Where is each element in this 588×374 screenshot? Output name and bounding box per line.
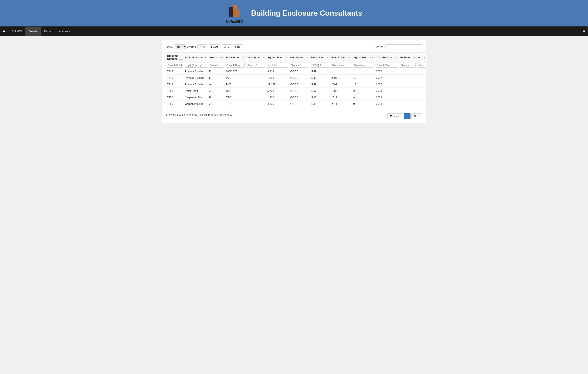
col-header-area-id[interactable]: Area Id ▲▼ [208, 53, 225, 63]
page-header: NuhnBEC Building Enclosure Consultants [0, 0, 588, 26]
cell-5y_plan [399, 94, 416, 101]
logo-icon [227, 3, 242, 19]
cell-building_name: Physics Building [184, 81, 208, 88]
cell-condition: GOOD [289, 88, 309, 94]
cell-build_date: 1967 [309, 88, 330, 94]
svg-marker-3 [236, 10, 240, 17]
search-build-date[interactable] [310, 63, 329, 67]
col-header-deck-type[interactable]: Deck Type ▲▼ [245, 53, 266, 63]
cell-year_replace: 2028 [375, 101, 399, 107]
global-search-input[interactable] [386, 44, 422, 49]
col-header-condition[interactable]: Condition ▲▼ [289, 53, 309, 63]
col-header-building-name[interactable]: Building Name ▼ [184, 53, 208, 63]
nav-item-actions[interactable]: Actions ▾ [56, 27, 74, 36]
cell-extra [416, 101, 427, 107]
cell-building_number[interactable]: 7255 [166, 88, 184, 94]
cell-deck_type [245, 75, 266, 81]
cell-deck_type [245, 94, 266, 101]
cell-install_date [330, 68, 352, 75]
sort-icon-square-feet: ▲▼ [284, 56, 288, 59]
search-square-feet[interactable] [267, 63, 288, 67]
sort-icon-year-replace: ▲▼ [394, 56, 398, 59]
table-search-row [166, 62, 427, 68]
col-header-year-replace[interactable]: Year Replace ▲▼ [375, 53, 399, 63]
col-header-5y-plan[interactable]: 5Y Plan ▲▼ [399, 53, 416, 63]
col-header-install-date[interactable]: Install Date ▲▼ [330, 53, 352, 63]
btn-adv[interactable]: ADV [197, 44, 207, 49]
entries-label: entries [187, 45, 196, 49]
cell-roof_type: PVC [225, 75, 245, 81]
col-header-building-number[interactable]: BuildingNumber ▲▼ [166, 53, 184, 63]
search-building-number[interactable] [167, 63, 183, 67]
cell-area_id: H [208, 75, 225, 81]
global-search-area: Search: [375, 44, 422, 49]
search-deck-type[interactable] [246, 63, 265, 67]
cell-extra [416, 68, 427, 75]
nav-item-details[interactable]: Details [25, 27, 41, 36]
sort-icon-area-id: ▲▼ [220, 56, 224, 59]
cell-build_date: 1949 [309, 81, 330, 88]
col-header-roof-type[interactable]: Roof Type ▲▼ [225, 53, 245, 63]
search-label: Search: [375, 45, 384, 49]
search-age-of-roof[interactable] [353, 63, 374, 67]
cell-building_number[interactable]: 7749 [166, 75, 184, 81]
table-row: 7749Physics BuildingAPVC29,179GOOD194920… [166, 81, 427, 88]
cell-age_of_roof [352, 68, 375, 75]
table-header-row: BuildingNumber ▲▼ Building Name ▼ Area I… [166, 53, 427, 63]
cell-roof_type: TPO [225, 94, 245, 101]
cell-age_of_roof: 9 [352, 101, 375, 107]
table-row: 7255Paint ShopABUR5,708GOOD1967199525202… [166, 88, 427, 94]
btn-csv[interactable]: CSV [222, 44, 231, 49]
col-header-square-feet[interactable]: Square Feet ▲▼ [266, 53, 289, 63]
btn-next[interactable]: Next [411, 113, 422, 119]
search-extra[interactable] [417, 63, 426, 67]
btn-pdf[interactable]: PDF [233, 44, 243, 49]
search-building-name[interactable] [185, 63, 207, 67]
table-row: 7749Physics BuildingHPVC1,588GOOD1949200… [166, 75, 427, 81]
btn-excel[interactable]: Excel [209, 44, 220, 49]
cell-building_number[interactable]: 7749 [166, 81, 184, 88]
search-area-id[interactable] [209, 63, 224, 67]
sort-icon-building-number: ▲▼ [178, 58, 183, 60]
cell-install_date: 2007 [330, 81, 352, 88]
cell-deck_type [245, 81, 266, 88]
col-header-age-of-roof[interactable]: Age of Roof ▲▼ [352, 53, 375, 63]
cell-building_name: Carpentry Shop [184, 101, 208, 107]
cell-5y_plan [399, 68, 416, 75]
search-roof-type[interactable] [226, 63, 245, 67]
cell-condition: GOOD [289, 75, 309, 81]
cell-building_number[interactable]: 7250 [166, 94, 184, 101]
col-header-build-date[interactable]: Build Date ▲▼ [309, 53, 330, 63]
nav-item-report[interactable]: Report [41, 27, 56, 36]
search-5y-plan[interactable] [400, 63, 416, 67]
pagination-controls: Previous 1 Next [387, 113, 422, 119]
nav-item-dukedb[interactable]: DukeDB [8, 27, 25, 36]
sort-icon-actions: ▲▼ [421, 56, 425, 59]
cell-building_number[interactable]: 7250 [166, 101, 184, 107]
sort-icon-5y-plan: ▲▼ [411, 56, 415, 59]
cell-roof_type: PVC [225, 81, 245, 88]
controls-row: Show 100 10 25 50 entries ADV Excel CSV … [166, 44, 422, 49]
cell-square_feet: 4,106 [266, 101, 289, 107]
search-cell-square-feet [266, 62, 289, 68]
cell-square_feet: 1,260 [266, 94, 289, 101]
entries-select[interactable]: 100 10 25 50 [175, 44, 186, 49]
search-condition[interactable] [290, 63, 308, 67]
cell-square_feet: 29,179 [266, 81, 289, 88]
btn-page-1[interactable]: 1 [404, 113, 410, 119]
cell-building_name: Physics Building [184, 75, 208, 81]
sort-icon-deck-type: ▲▼ [261, 56, 265, 59]
cell-year_replace: 2028 [375, 94, 399, 101]
cell-roof_type: TPO [225, 101, 245, 107]
cell-building_name: Paint Shop [184, 88, 208, 94]
cell-extra [416, 75, 427, 81]
cell-building_number[interactable]: 7749 [166, 68, 184, 75]
search-year-replace[interactable] [376, 63, 398, 67]
btn-previous[interactable]: Previous [387, 113, 403, 119]
cell-roof_type: MOD BIT [225, 68, 245, 75]
search-cell-deck-type [245, 62, 266, 68]
search-install-date[interactable] [331, 63, 351, 67]
table-row: 7250Carpentry ShopATPO4,106GOOD193020119… [166, 101, 427, 107]
hamburger-menu-icon[interactable]: ≡ [583, 29, 585, 34]
navbar: ■ DukeDB Details Report Actions ▾ ≡ [0, 26, 588, 36]
